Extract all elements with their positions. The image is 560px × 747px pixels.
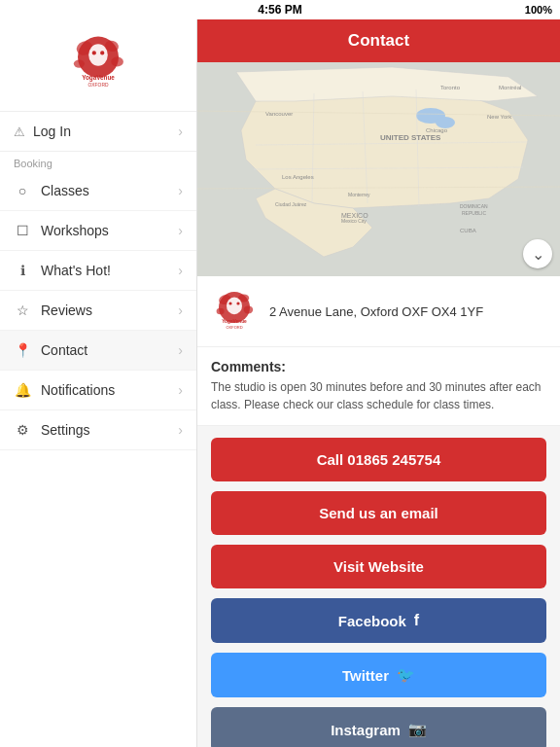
- sidebar-label-contact: Contact: [41, 342, 88, 358]
- sidebar-label-workshops: Workshops: [41, 223, 109, 238]
- login-chevron-icon: ›: [178, 124, 183, 139]
- instagram-camera-icon: 📷: [408, 721, 427, 738]
- sidebar: YogaVenue OXFORD ⚠ Log In › Booking ○ Cl…: [0, 19, 197, 747]
- classes-chevron-icon: ›: [178, 183, 183, 198]
- svg-text:Monterrey: Monterrey: [348, 192, 370, 197]
- comments-text: The studio is open 30 minutes before and…: [211, 378, 546, 413]
- gear-icon: ⚙: [14, 421, 31, 439]
- main-content: Contact: [197, 19, 560, 747]
- status-time: 4:56 PM: [258, 3, 301, 17]
- svg-text:Mexico City: Mexico City: [341, 218, 367, 224]
- svg-point-7: [100, 51, 104, 54]
- login-label: Log In: [33, 124, 71, 139]
- svg-text:OXFORD: OXFORD: [226, 325, 242, 330]
- svg-point-6: [92, 51, 96, 54]
- call-label: Call 01865 245754: [317, 451, 441, 468]
- svg-point-44: [228, 302, 231, 304]
- svg-point-4: [74, 59, 85, 67]
- buttons-section: Call 01865 245754 Send us an email Visit…: [197, 426, 560, 747]
- svg-point-45: [236, 302, 239, 304]
- svg-text:UNITED STATES: UNITED STATES: [380, 133, 441, 142]
- pin-icon: 📍: [14, 341, 31, 359]
- logo-icon: YogaVenue OXFORD: [64, 31, 132, 99]
- svg-point-42: [217, 308, 225, 314]
- svg-point-43: [227, 298, 242, 315]
- svg-text:REPUBLIC: REPUBLIC: [462, 210, 486, 216]
- svg-point-3: [111, 57, 123, 67]
- info-icon: ℹ: [14, 262, 31, 279]
- sidebar-item-settings[interactable]: ⚙ Settings ›: [0, 410, 196, 450]
- sidebar-label-classes: Classes: [41, 183, 89, 198]
- sidebar-label-notifications: Notifications: [41, 382, 115, 398]
- star-icon: ☆: [14, 302, 31, 319]
- reviews-chevron-icon: ›: [178, 302, 183, 318]
- info-card: YogaVenue OXFORD 2 Avenue Lane, Oxford O…: [197, 276, 560, 347]
- venue-logo-small: YogaVenue OXFORD: [211, 288, 258, 335]
- status-bar: 4:56 PM 100%: [0, 0, 560, 19]
- sidebar-section-booking: Booking: [0, 152, 196, 171]
- svg-point-5: [88, 44, 108, 65]
- facebook-icon: f: [414, 612, 419, 629]
- email-button[interactable]: Send us an email: [211, 491, 546, 535]
- svg-text:Toronto: Toronto: [440, 85, 461, 90]
- svg-text:CUBA: CUBA: [460, 228, 476, 233]
- main-layout: YogaVenue OXFORD ⚠ Log In › Booking ○ Cl…: [0, 19, 560, 747]
- call-button[interactable]: Call 01865 245754: [211, 438, 546, 481]
- sidebar-logo: YogaVenue OXFORD: [0, 19, 196, 112]
- page-title: Contact: [348, 31, 409, 51]
- instagram-label: Instagram: [331, 722, 401, 738]
- contact-chevron-icon: ›: [178, 342, 183, 358]
- settings-chevron-icon: ›: [178, 422, 183, 438]
- sidebar-item-workshops[interactable]: ☐ Workshops ›: [0, 211, 196, 251]
- sidebar-item-notifications[interactable]: 🔔 Notifications ›: [0, 371, 196, 410]
- twitter-label: Twitter: [342, 667, 389, 684]
- comments-label: Comments:: [211, 359, 546, 374]
- comments-section: Comments: The studio is open 30 minutes …: [197, 347, 560, 426]
- sidebar-item-contact[interactable]: 📍 Contact ›: [0, 331, 196, 371]
- whats-hot-chevron-icon: ›: [178, 263, 183, 278]
- twitter-button[interactable]: Twitter 🐦: [211, 653, 546, 697]
- svg-text:Montréal: Montréal: [499, 85, 521, 90]
- website-button[interactable]: Visit Website: [211, 545, 546, 588]
- email-label: Send us an email: [319, 505, 438, 521]
- map-svg: Chicago New York Los Angeles UNITED STAT…: [197, 62, 560, 276]
- expand-icon: ⌄: [532, 245, 544, 264]
- svg-text:YogaVenue: YogaVenue: [82, 74, 115, 82]
- svg-text:OXFORD: OXFORD: [88, 83, 109, 88]
- svg-point-41: [244, 305, 254, 313]
- svg-text:Ciudad Juárez: Ciudad Juárez: [275, 201, 307, 207]
- svg-marker-12: [241, 91, 528, 208]
- sidebar-item-reviews[interactable]: ☆ Reviews ›: [0, 291, 196, 331]
- bell-icon: 🔔: [14, 381, 31, 399]
- venue-address: 2 Avenue Lane, Oxford OXF OX4 1YF: [269, 304, 483, 319]
- website-label: Visit Website: [333, 558, 424, 575]
- sidebar-label-settings: Settings: [41, 422, 90, 438]
- sidebar-login-item[interactable]: ⚠ Log In ›: [0, 112, 196, 152]
- svg-text:DOMINICAN: DOMINICAN: [460, 203, 488, 209]
- sidebar-label-whats-hot: What's Hot!: [41, 263, 111, 278]
- status-battery: 100%: [525, 4, 552, 16]
- sidebar-item-whats-hot[interactable]: ℹ What's Hot! ›: [0, 251, 196, 291]
- facebook-button[interactable]: Facebook f: [211, 598, 546, 643]
- square-icon: ☐: [14, 222, 31, 239]
- notifications-chevron-icon: ›: [178, 382, 183, 398]
- svg-text:Los Angeles: Los Angeles: [282, 174, 314, 180]
- map-expand-button[interactable]: ⌄: [523, 239, 552, 268]
- sidebar-item-classes[interactable]: ○ Classes ›: [0, 171, 196, 211]
- workshops-chevron-icon: ›: [178, 223, 183, 238]
- svg-text:YogaVenue: YogaVenue: [222, 319, 247, 324]
- warning-icon: ⚠: [14, 124, 25, 139]
- instagram-button[interactable]: Instagram 📷: [211, 707, 546, 747]
- sidebar-label-reviews: Reviews: [41, 302, 92, 318]
- map-area[interactable]: Chicago New York Los Angeles UNITED STAT…: [197, 62, 560, 276]
- circle-icon: ○: [14, 182, 31, 199]
- facebook-label: Facebook: [338, 613, 406, 629]
- content-scroll: Chicago New York Los Angeles UNITED STAT…: [197, 62, 560, 747]
- page-header: Contact: [197, 19, 560, 62]
- twitter-bird-icon: 🐦: [397, 666, 415, 684]
